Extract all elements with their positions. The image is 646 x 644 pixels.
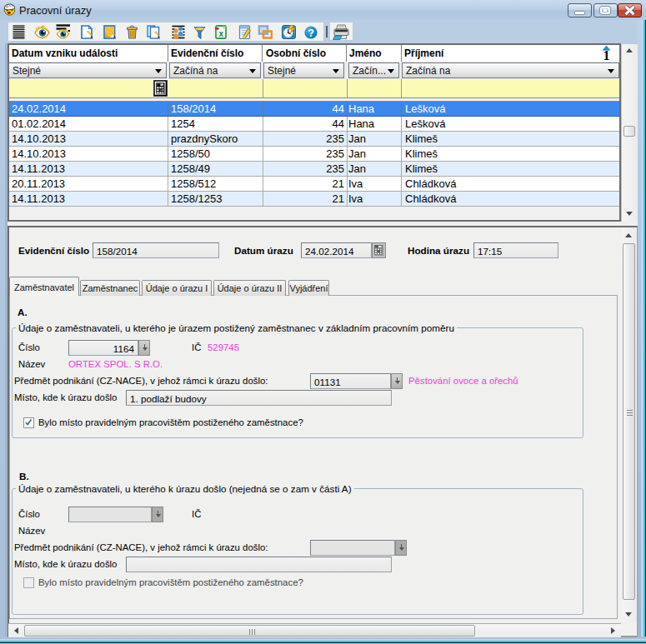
svg-text:?: ? xyxy=(308,27,314,39)
svg-text:x: x xyxy=(218,29,223,38)
